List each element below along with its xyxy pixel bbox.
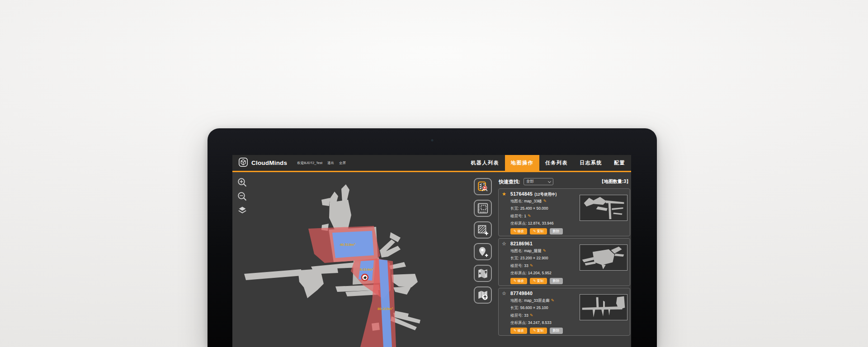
edit-icon: ✎: [533, 229, 536, 233]
edit-icon[interactable]: ✎: [530, 313, 533, 318]
copy-button[interactable]: ✎复制: [530, 328, 547, 334]
zoom-out-icon[interactable]: [237, 191, 248, 202]
delete-button[interactable]: 删除: [550, 328, 563, 334]
card-actions: ✎修改 ✎复制 删除: [510, 228, 626, 234]
webcam-dot: [431, 139, 434, 141]
svg-text:8.614m²: 8.614m²: [360, 267, 373, 272]
tab-config[interactable]: 配置: [608, 155, 631, 171]
edit-icon[interactable]: ✎: [543, 249, 547, 253]
content-area: 40.519m² 8.614m² 80.215m²: [232, 174, 631, 347]
card-actions: ✎修改 ✎复制 删除: [510, 328, 626, 334]
map-card: ☆ 82186961 地图名: map_腿腿✎ 长宽: 23.200 × 22.…: [498, 238, 630, 286]
modify-button[interactable]: ✎修改: [510, 328, 527, 334]
add-region-icon[interactable]: [474, 221, 492, 239]
map-marker-icon[interactable]: [474, 265, 492, 282]
edit-icon: ✎: [514, 229, 516, 233]
quick-search-label: 快速查找:: [499, 178, 520, 185]
card-actions: ✎修改 ✎复制 删除: [510, 278, 626, 284]
map-card: ☆ 87749840 地图名: map_33层走廊✎ 长宽: 56.600 × …: [498, 288, 630, 336]
task-points-icon[interactable]: [474, 178, 492, 195]
delete-button[interactable]: 删除: [550, 228, 563, 234]
edit-icon[interactable]: ✎: [551, 298, 554, 303]
tab-robot-list[interactable]: 机器人列表: [465, 155, 505, 171]
edit-icon[interactable]: ✎: [530, 263, 533, 268]
svg-text:40.519m²: 40.519m²: [340, 243, 356, 247]
modify-button[interactable]: ✎修改: [510, 228, 527, 234]
map-filter-select[interactable]: 全部: [524, 178, 553, 185]
map-thumbnail[interactable]: [580, 195, 627, 221]
app-window: CloudMinds 欢迎BJDT2_Test 退出 全屏 机器人列表 地图操作…: [232, 155, 631, 347]
add-point-icon[interactable]: [474, 243, 492, 260]
edit-icon[interactable]: ✎: [528, 214, 531, 218]
fullscreen-link[interactable]: 全屏: [339, 161, 346, 165]
copy-button[interactable]: ✎复制: [530, 278, 547, 284]
logout-link[interactable]: 退出: [327, 161, 334, 165]
map-usage-note: (12号使用中): [534, 192, 557, 197]
page-background: CloudMinds 欢迎BJDT2_Test 退出 全屏 机器人列表 地图操作…: [0, 0, 868, 347]
edit-icon: ✎: [533, 279, 536, 283]
map-list-panel: 快速查找: 全部 【地图数量:3】 ★ 51764845: [497, 174, 631, 347]
favorite-star-icon[interactable]: ★: [502, 191, 506, 197]
edit-icon: ✎: [514, 328, 516, 333]
map-id: 82186961: [510, 241, 533, 246]
tab-task-list[interactable]: 任务列表: [539, 155, 574, 171]
edit-icon: ✎: [533, 328, 536, 333]
map-thumbnail[interactable]: [580, 294, 627, 320]
copy-button[interactable]: ✎复制: [530, 228, 547, 234]
modify-button[interactable]: ✎修改: [510, 278, 527, 284]
main-nav: 机器人列表 地图操作 任务列表 日志系统 配置: [465, 155, 632, 171]
edit-icon: ✎: [514, 279, 516, 283]
map-count-label: 【地图数量:3】: [599, 178, 631, 185]
map-id: 87749840: [510, 291, 533, 296]
cloudminds-logo-icon: [238, 157, 248, 169]
svg-text:80.215m²: 80.215m²: [377, 307, 393, 311]
zoom-in-icon[interactable]: [237, 177, 248, 188]
map-card-list: ★ 51764845 (12号使用中) 地图名: map_33楼✎ 长宽: 25…: [498, 188, 630, 336]
tab-log-system[interactable]: 日志系统: [574, 155, 608, 171]
upload-map-icon[interactable]: [474, 286, 492, 304]
map-thumbnail[interactable]: [580, 244, 627, 271]
delete-button[interactable]: 删除: [550, 278, 563, 284]
tab-map-operations[interactable]: 地图操作: [505, 155, 539, 171]
session-bar: 欢迎BJDT2_Test 退出 全屏: [297, 161, 346, 165]
filter-value: 全部: [526, 179, 534, 184]
map-controls: [237, 177, 248, 216]
map-card: ★ 51764845 (12号使用中) 地图名: map_33楼✎ 长宽: 25…: [498, 188, 630, 236]
map-toolbar: [474, 178, 492, 304]
map-canvas[interactable]: 40.519m² 8.614m² 80.215m²: [232, 174, 476, 347]
panel-header: 快速查找: 全部 【地图数量:3】: [497, 174, 631, 187]
measure-region-icon[interactable]: [474, 200, 492, 217]
robot-position-marker[interactable]: [362, 274, 368, 281]
app-header: CloudMinds 欢迎BJDT2_Test 退出 全屏 机器人列表 地图操作…: [232, 155, 631, 172]
chevron-down-icon: [548, 179, 551, 183]
favorite-star-icon[interactable]: ☆: [502, 291, 506, 296]
laptop-frame: CloudMinds 欢迎BJDT2_Test 退出 全屏 机器人列表 地图操作…: [208, 128, 657, 347]
welcome-text: 欢迎BJDT2_Test: [297, 161, 322, 165]
brand-name: CloudMinds: [251, 159, 287, 166]
edit-icon[interactable]: ✎: [543, 199, 547, 203]
layers-icon[interactable]: [237, 205, 248, 216]
map-id: 51764845: [510, 191, 533, 197]
brand: CloudMinds: [238, 157, 287, 169]
favorite-star-icon[interactable]: ☆: [502, 241, 506, 247]
